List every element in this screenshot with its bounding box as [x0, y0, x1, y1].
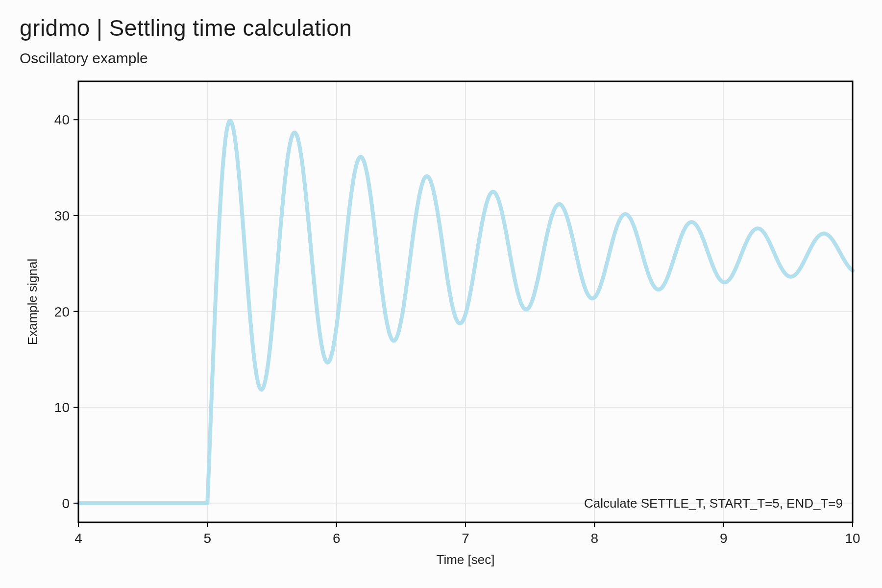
line-chart: 45678910 010203040 Time [sec] Example si…	[20, 72, 862, 571]
x-axis: 45678910	[74, 522, 860, 546]
x-tick-label: 6	[333, 531, 341, 546]
x-tick-label: 4	[74, 531, 82, 546]
y-tick-label: 10	[54, 400, 70, 415]
y-tick-label: 30	[54, 208, 70, 223]
y-axis-label: Example signal	[25, 259, 40, 345]
chart-annotation: Calculate SETTLE_T, START_T=5, END_T=9	[584, 496, 843, 511]
y-axis: 010203040	[54, 112, 78, 511]
page-title: gridmo | Settling time calculation	[20, 15, 862, 41]
x-axis-label: Time [sec]	[437, 552, 495, 567]
chart-grid	[78, 81, 853, 522]
x-tick-label: 10	[845, 531, 860, 546]
axis-titles: Time [sec] Example signal	[25, 259, 494, 567]
y-tick-label: 20	[54, 304, 70, 319]
annotation-text: Calculate SETTLE_T, START_T=5, END_T=9	[584, 496, 843, 511]
chart-container: 45678910 010203040 Time [sec] Example si…	[20, 72, 862, 571]
x-tick-label: 9	[720, 531, 728, 546]
x-tick-label: 7	[462, 531, 469, 546]
page-subtitle: Oscillatory example	[20, 50, 862, 67]
y-tick-label: 40	[54, 112, 70, 127]
y-tick-label: 0	[62, 496, 70, 511]
x-tick-label: 5	[204, 531, 212, 546]
x-tick-label: 8	[591, 531, 599, 546]
